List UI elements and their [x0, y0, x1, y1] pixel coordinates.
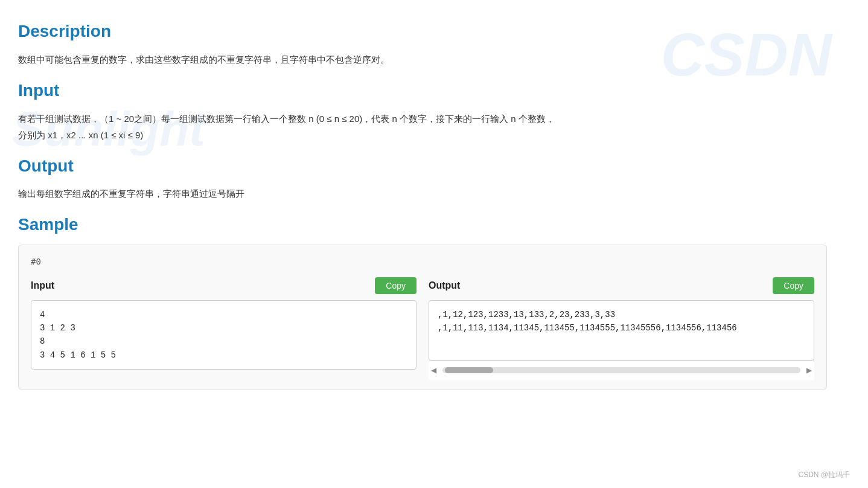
sample-input-header: Input Copy [31, 277, 416, 294]
scroll-track[interactable] [442, 367, 800, 373]
sample-output-label: Output [429, 278, 460, 294]
scroll-left-arrow[interactable]: ◀ [429, 364, 439, 377]
output-scrollbar[interactable]: ◀ ▶ [429, 361, 814, 380]
description-title: Description [18, 18, 827, 45]
input-content-line1: 有若干组测试数据，（1 ~ 20之间）每一组测试数据第一行输入一个整数 n (0… [18, 114, 555, 124]
sample-input-col: Input Copy 4 3 1 2 3 8 3 4 5 1 6 1 5 5 [31, 277, 416, 380]
sample-output-col: Output Copy ,1,12,123,1233,13,133,2,23,2… [429, 277, 814, 380]
scroll-right-arrow[interactable]: ▶ [804, 364, 814, 377]
sample-section: Sample #0 Input Copy 4 3 1 2 3 8 3 4 5 1… [18, 211, 827, 390]
sample-number: #0 [31, 255, 814, 268]
scroll-thumb [445, 367, 493, 373]
output-content: 输出每组数字组成的不重复字符串，字符串通过逗号隔开 [18, 185, 827, 202]
sample-output-header: Output Copy [429, 277, 814, 294]
copy-output-button[interactable]: Copy [773, 277, 814, 294]
sample-columns: Input Copy 4 3 1 2 3 8 3 4 5 1 6 1 5 5 O… [31, 277, 814, 380]
input-title: Input [18, 77, 827, 104]
copy-input-button[interactable]: Copy [375, 277, 416, 294]
input-content: 有若干组测试数据，（1 ~ 20之间）每一组测试数据第一行输入一个整数 n (0… [18, 111, 827, 143]
input-content-line2: 分别为 x1，x2 ... xn (1 ≤ xi ≤ 9) [18, 130, 143, 140]
output-title: Output [18, 153, 827, 180]
sample-input-label: Input [31, 278, 54, 294]
sample-title: Sample [18, 211, 827, 239]
description-content: 数组中可能包含重复的数字，求由这些数字组成的不重复字符串，且字符串中不包含逆序对… [18, 51, 827, 68]
sample-box: #0 Input Copy 4 3 1 2 3 8 3 4 5 1 6 1 5 … [18, 245, 827, 390]
sample-input-code: 4 3 1 2 3 8 3 4 5 1 6 1 5 5 [31, 300, 416, 370]
sample-output-code: ,1,12,123,1233,13,133,2,23,233,3,33 ,1,1… [429, 300, 814, 361]
